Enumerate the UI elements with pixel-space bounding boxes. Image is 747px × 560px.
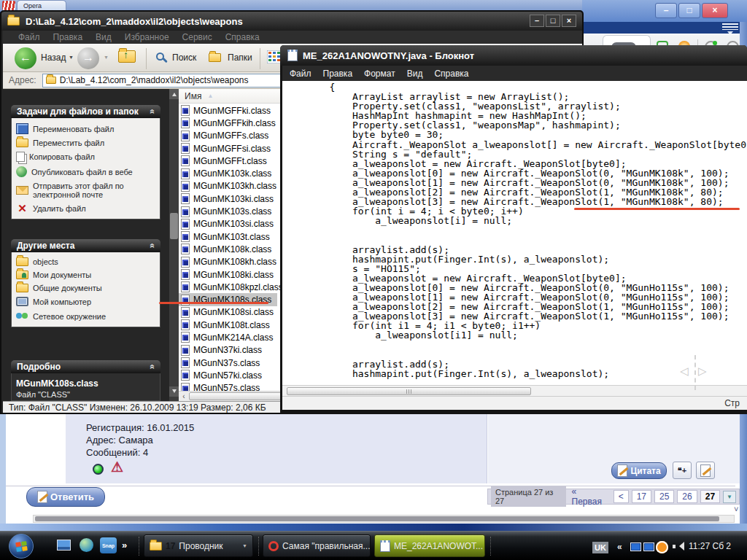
task-opera[interactable]: Самая "правильная... bbox=[263, 534, 371, 557]
file-row[interactable]: MGunMK108s.class bbox=[179, 293, 277, 306]
snap-tool-icon[interactable]: Snap bbox=[100, 537, 117, 553]
file-row[interactable]: MGunMK108t.class bbox=[179, 319, 276, 331]
file-row[interactable]: MGunMK103si.class bbox=[179, 218, 279, 230]
file-row[interactable]: MGunMGFFs.class bbox=[179, 130, 274, 142]
file-row[interactable]: MGunMK108kpzl.class bbox=[179, 281, 289, 293]
menu-item[interactable]: Справка bbox=[428, 69, 474, 79]
task-notepad-active[interactable]: ME_262A1ANOWOT... bbox=[374, 534, 485, 557]
scroll-down-icon[interactable] bbox=[169, 386, 179, 397]
first-page-link[interactable]: « Первая bbox=[569, 485, 611, 508]
file-row[interactable]: MGunMK103ki.class bbox=[179, 192, 279, 205]
scrollbar-thumb[interactable] bbox=[170, 213, 178, 239]
scroll-up-icon[interactable] bbox=[169, 89, 179, 99]
scrollbar-thumb[interactable] bbox=[287, 387, 531, 395]
search-icon[interactable] bbox=[156, 52, 164, 61]
page-link[interactable]: 17 bbox=[632, 490, 651, 503]
menu-item[interactable]: Избранное bbox=[118, 32, 176, 42]
file-row[interactable]: MGunMK108si.class bbox=[179, 306, 279, 319]
file-row[interactable]: MGunMK103t.class bbox=[179, 230, 276, 243]
quick-edit-button[interactable] bbox=[696, 462, 715, 479]
browser-globe-icon[interactable] bbox=[80, 538, 93, 552]
menu-item[interactable]: Правка bbox=[47, 32, 90, 42]
file-row[interactable]: MGunMGFFkih.class bbox=[179, 117, 282, 129]
forward-dropdown-icon[interactable]: ▼ bbox=[104, 55, 109, 60]
task-copy-file[interactable]: Копировать файл bbox=[16, 152, 155, 162]
forward-button[interactable]: → bbox=[77, 47, 99, 69]
task-move-file[interactable]: Переместить файл bbox=[16, 139, 155, 147]
quote-button[interactable]: Цитата bbox=[611, 462, 667, 479]
file-row[interactable]: MGunMGFFsi.class bbox=[179, 142, 276, 155]
notepad-text-area[interactable]: { ArrayList arraylist = new ArrayList();… bbox=[282, 81, 747, 385]
page-dropdown-icon[interactable]: ▼ bbox=[723, 491, 736, 503]
file-row[interactable]: MGunMK103k.class bbox=[179, 167, 277, 179]
task-publish-file[interactable]: Опубликовать файл в вебе bbox=[16, 166, 155, 177]
folders-label[interactable]: Папки bbox=[228, 52, 252, 63]
notepad-titlebar[interactable]: ME_262A1ANOWOTNY.java - Блокнот bbox=[280, 45, 747, 66]
group-dropdown-icon[interactable]: ▼ bbox=[242, 543, 247, 548]
file-row[interactable]: MGunMK108kh.class bbox=[179, 256, 282, 268]
task-email-file[interactable]: Отправить этот файл по электронной почте bbox=[16, 182, 155, 199]
file-row[interactable]: MGunN57s.class bbox=[179, 382, 266, 391]
close-button[interactable]: × bbox=[562, 15, 576, 27]
language-indicator[interactable]: UK bbox=[592, 542, 608, 553]
opera-minimize-button[interactable]: – bbox=[655, 3, 677, 18]
place-network[interactable]: Сетевое окружение bbox=[16, 311, 155, 322]
maximize-button[interactable]: □ bbox=[546, 15, 560, 27]
file-row[interactable]: MGunMK103s.class bbox=[179, 205, 277, 217]
volume-icon[interactable] bbox=[673, 542, 684, 551]
menu-item[interactable]: Файл bbox=[12, 32, 47, 42]
file-row[interactable]: MGunN37s.class bbox=[179, 357, 266, 369]
views-icon[interactable] bbox=[267, 50, 282, 63]
back-button[interactable]: ← bbox=[15, 47, 36, 69]
opera-browser-tab[interactable]: Opera bbox=[17, 0, 66, 11]
tray-collapse-icon[interactable]: « bbox=[617, 542, 622, 552]
file-row[interactable]: MGunMGFFt.class bbox=[179, 155, 273, 167]
menu-item[interactable]: Вид bbox=[401, 69, 429, 79]
filelist-horizontal-scrollbar[interactable]: ‹ bbox=[179, 391, 297, 401]
page-link[interactable]: 26 bbox=[677, 490, 697, 503]
network-tray-icon[interactable] bbox=[630, 542, 641, 551]
place-my-computer[interactable]: Мой компьютер bbox=[16, 297, 155, 306]
menu-item[interactable]: Правка bbox=[317, 69, 359, 79]
task-rename-file[interactable]: Переименовать файл bbox=[16, 123, 155, 134]
place-objects[interactable]: objects bbox=[16, 257, 155, 266]
task-explorer-group[interactable]: 17 Проводник ▼ bbox=[144, 534, 253, 557]
other-places-panel-header[interactable]: Другие места» bbox=[11, 239, 160, 252]
menu-item[interactable]: Справка bbox=[219, 32, 266, 42]
up-folder-button[interactable]: ↑ bbox=[118, 50, 136, 63]
file-tasks-panel-header[interactable]: Задачи для файлов и папок» bbox=[11, 105, 160, 118]
details-panel-header[interactable]: Подробно» bbox=[11, 360, 160, 373]
scrollbar-thumb[interactable] bbox=[189, 392, 284, 400]
menu-item[interactable]: Файл bbox=[284, 69, 317, 79]
file-row[interactable]: MGunMK108ki.class bbox=[179, 268, 279, 281]
explorer-titlebar[interactable]: D:\Lab_4.12\com_2\maddox\il2\objects\wea… bbox=[1, 12, 582, 31]
opera-tray-icon[interactable] bbox=[656, 541, 668, 553]
place-my-documents[interactable]: Мои документы bbox=[16, 271, 155, 279]
column-header-name[interactable]: Имя▲ bbox=[179, 89, 297, 104]
menu-item[interactable]: Формат bbox=[358, 69, 401, 79]
reply-button[interactable]: Ответить bbox=[26, 487, 105, 507]
scroll-left-icon[interactable]: ‹ bbox=[179, 392, 189, 401]
file-row[interactable]: MGunMGFFki.class bbox=[179, 104, 276, 117]
opera-close-button[interactable]: × bbox=[702, 3, 728, 18]
forum-horizontal-scrollbar[interactable] bbox=[33, 515, 735, 523]
start-button[interactable] bbox=[9, 534, 34, 559]
file-row[interactable]: MGunMK103kh.class bbox=[179, 180, 282, 192]
search-label[interactable]: Поиск bbox=[172, 52, 196, 63]
opera-menu-icon[interactable] bbox=[722, 23, 738, 30]
minimize-button[interactable]: – bbox=[530, 15, 544, 27]
file-row[interactable]: MGunN57ki.class bbox=[179, 369, 268, 381]
notepad-horizontal-scrollbar[interactable] bbox=[282, 385, 747, 396]
multiquote-button[interactable]: ❝+ bbox=[673, 462, 692, 479]
prev-page-link[interactable]: < bbox=[614, 490, 629, 503]
folders-icon[interactable] bbox=[209, 53, 221, 62]
opera-maximize-button[interactable]: □ bbox=[678, 3, 700, 18]
menu-item[interactable]: Вид bbox=[89, 32, 118, 42]
show-desktop-icon[interactable] bbox=[57, 540, 71, 551]
scrollbar-thumb[interactable] bbox=[35, 516, 719, 521]
file-row[interactable]: MGunMK214A.class bbox=[179, 331, 279, 343]
report-warning-icon[interactable]: ⚠ bbox=[111, 459, 123, 475]
place-shared-documents[interactable]: Общие документы bbox=[16, 284, 155, 292]
file-row[interactable]: MGunMK108k.class bbox=[179, 243, 277, 255]
taskpane-scrollbar[interactable] bbox=[169, 89, 179, 401]
